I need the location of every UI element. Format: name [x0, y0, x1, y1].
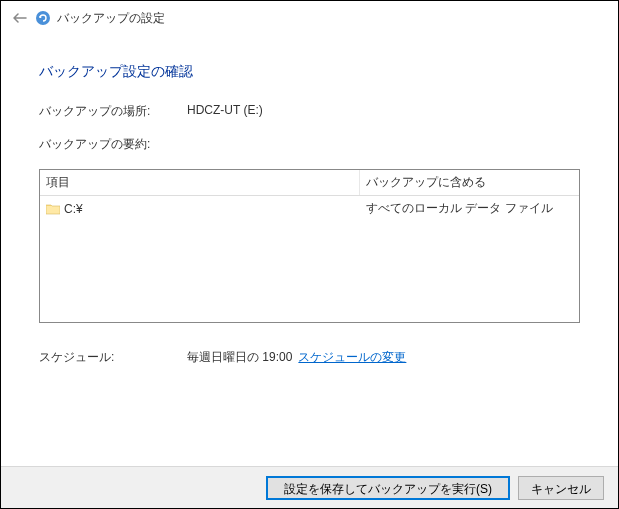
summary-col-include[interactable]: バックアップに含める: [360, 170, 579, 195]
backup-location-row: バックアップの場所: HDCZ-UT (E:): [39, 103, 580, 120]
folder-icon: [46, 203, 60, 215]
summary-include-cell: すべてのローカル データ ファイル: [360, 196, 579, 221]
footer-bar: 設定を保存してバックアップを実行(S) キャンセル: [1, 466, 618, 508]
schedule-label: スケジュール:: [39, 349, 187, 366]
summary-table: 項目 バックアップに含める C:¥ すべてのローカル データ ファイル: [39, 169, 580, 323]
schedule-row: スケジュール: 毎週日曜日の 19:00 スケジュールの変更: [39, 349, 580, 366]
cancel-button[interactable]: キャンセル: [518, 476, 604, 500]
summary-item-text: C:¥: [64, 202, 83, 216]
table-row[interactable]: C:¥ すべてのローカル データ ファイル: [40, 196, 579, 221]
backup-summary-label: バックアップの要約:: [39, 136, 187, 153]
summary-item-cell: C:¥: [40, 196, 360, 221]
summary-table-header: 項目 バックアップに含める: [40, 170, 579, 196]
backup-location-label: バックアップの場所:: [39, 103, 187, 120]
summary-table-body: C:¥ すべてのローカル データ ファイル: [40, 196, 579, 322]
backup-summary-label-row: バックアップの要約:: [39, 136, 580, 153]
page-heading: バックアップ設定の確認: [39, 63, 580, 81]
window-title: バックアップの設定: [57, 10, 165, 27]
schedule-value: 毎週日曜日の 19:00: [187, 349, 292, 366]
title-bar: バックアップの設定: [1, 1, 618, 35]
back-arrow-icon[interactable]: [11, 9, 29, 27]
content-area: バックアップ設定の確認 バックアップの場所: HDCZ-UT (E:) バックア…: [1, 35, 618, 466]
summary-col-item[interactable]: 項目: [40, 170, 360, 195]
backup-location-value: HDCZ-UT (E:): [187, 103, 580, 120]
backup-app-icon: [35, 10, 51, 26]
svg-point-0: [36, 11, 50, 25]
save-and-run-button[interactable]: 設定を保存してバックアップを実行(S): [266, 476, 510, 500]
change-schedule-link[interactable]: スケジュールの変更: [298, 349, 406, 366]
